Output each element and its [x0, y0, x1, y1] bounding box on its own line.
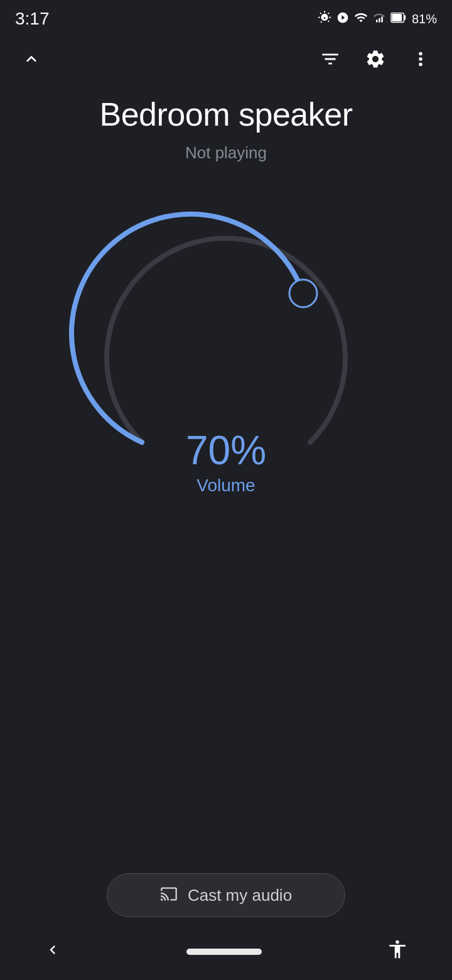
svg-rect-2	[376, 19, 378, 22]
more-button[interactable]	[407, 45, 434, 73]
main-content: Bedroom speaker Not playing	[0, 83, 452, 514]
status-time: 3:17	[15, 9, 50, 29]
status-bar: 3:17 81%	[0, 0, 452, 35]
alarm-icon	[318, 11, 331, 28]
volume-percent: 70%	[186, 430, 266, 471]
settings-button[interactable]	[362, 45, 389, 73]
bottom-nav	[0, 923, 452, 980]
volume-container[interactable]: 70% Volume	[69, 200, 383, 514]
volume-track-bg	[107, 238, 345, 442]
volume-label: Volume	[186, 476, 266, 496]
status-icons: 81%	[318, 11, 437, 28]
svg-rect-0	[381, 16, 383, 22]
equalizer-button[interactable]	[316, 45, 344, 73]
device-status: Not playing	[185, 143, 267, 163]
signal-icon	[373, 11, 385, 27]
back-nav-button[interactable]	[38, 935, 68, 969]
volume-display: 70% Volume	[186, 430, 266, 496]
volume-handle[interactable]	[289, 280, 317, 307]
svg-rect-5	[392, 13, 402, 21]
assistant-icon	[336, 11, 349, 27]
top-bar-right	[316, 45, 434, 73]
accessibility-button[interactable]	[380, 932, 414, 971]
wifi-icon	[354, 11, 368, 28]
top-bar	[0, 35, 452, 83]
back-button[interactable]	[18, 45, 45, 73]
svg-rect-1	[379, 18, 380, 22]
battery-percent: 81%	[412, 12, 437, 26]
top-bar-left	[18, 45, 45, 73]
cast-icon	[160, 885, 178, 905]
home-indicator[interactable]	[186, 949, 262, 955]
svg-rect-4	[404, 15, 406, 19]
cast-button[interactable]: Cast my audio	[107, 873, 345, 917]
device-title: Bedroom speaker	[100, 95, 353, 133]
battery-icon	[390, 11, 407, 28]
cast-button-label: Cast my audio	[188, 886, 292, 905]
